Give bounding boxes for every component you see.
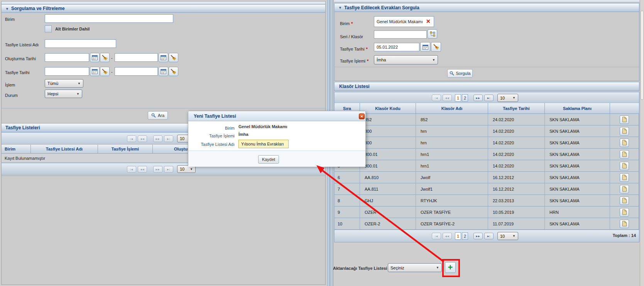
page-1-button[interactable]: 1: [455, 94, 461, 102]
open-folder-button[interactable]: [620, 127, 629, 135]
vertical-scrollbar[interactable]: [640, 0, 644, 286]
transfer-list-select[interactable]: Seçiniz ▼: [388, 263, 442, 272]
col-tasfiye-tarihi[interactable]: Tasfiye Tarihi: [488, 103, 545, 113]
page-2-button[interactable]: 2: [462, 94, 468, 102]
table-row[interactable]: 7AA.811Jwolf116.12.2012SKN SAKLAMA: [335, 183, 639, 195]
folder-icon: [622, 209, 627, 215]
prev-page-button[interactable]: ◀◀: [443, 95, 452, 101]
table-row[interactable]: 6AA.810Jwolf16.12.2012SKN SAKLAMA: [335, 172, 639, 183]
dialog-title-bar[interactable]: Yeni Tasfiye Listesi: [188, 111, 365, 121]
scrollbar-thumb[interactable]: [641, 11, 644, 100]
table-row[interactable]: 9OZEROZER TASFİYE10.05.2019HRN: [335, 206, 639, 218]
tasfiye-listesi-adi-input[interactable]: [45, 39, 116, 48]
tasfiye-islemi-select[interactable]: İmha ▼: [374, 55, 438, 64]
last-page-button[interactable]: ▶|: [164, 135, 173, 142]
next-page-button[interactable]: ▶▶: [153, 135, 162, 142]
table-row[interactable]: 8GHJRTYHJK22.03.2013SKN SAKLAMA: [335, 195, 639, 206]
collapse-arrow-icon[interactable]: ▾: [6, 7, 8, 11]
close-button[interactable]: ✕: [359, 113, 365, 119]
right-query-panel: ▾ Tasfiye Edilecek Evrakları Sorgula Bir…: [334, 3, 639, 81]
birim-label: Birim*: [340, 21, 353, 26]
open-folder-button[interactable]: [620, 185, 629, 193]
next-page-button[interactable]: ▶▶: [473, 95, 483, 101]
olusturma-end-input[interactable]: [115, 53, 158, 62]
olusturma-start-input[interactable]: [45, 53, 89, 62]
birim-input[interactable]: [45, 14, 173, 23]
birim-picker-input[interactable]: Genel Müdürlük Makamı ✕: [374, 16, 434, 27]
kaydet-button[interactable]: Kaydet: [258, 155, 279, 164]
col-tasfiye-listesi-adi[interactable]: Tasfiye Listesi Adı: [31, 145, 98, 153]
date-range-dash: -: [111, 69, 113, 74]
table-row[interactable]: 3800hrn14.02.2020SKN SAKLAMA: [335, 137, 639, 149]
prev-page-button[interactable]: ◀◀: [138, 135, 147, 142]
seri-klasor-input[interactable]: [374, 30, 427, 39]
table-row[interactable]: 4800.01hrn114.02.2020SKN SAKLAMA: [335, 149, 639, 160]
open-folder-button[interactable]: [620, 115, 629, 124]
open-folder-button[interactable]: [620, 196, 629, 205]
first-page-button[interactable]: |◀: [127, 135, 136, 142]
calendar-button[interactable]: [159, 53, 168, 62]
col-saklama-plani[interactable]: Saklama Planı: [545, 103, 610, 113]
alt-birimler-checkbox[interactable]: [45, 25, 52, 32]
calendar-button[interactable]: [159, 67, 168, 76]
next-page-button[interactable]: ▶▶: [153, 166, 162, 173]
next-page-button[interactable]: ▶▶: [473, 233, 483, 239]
durum-select[interactable]: Hepsi ▼: [45, 90, 82, 98]
clear-date-button[interactable]: [100, 67, 110, 76]
tasfiye-tarihi-input[interactable]: 05.01.2022: [374, 43, 419, 51]
calendar-button[interactable]: [90, 53, 100, 62]
calendar-button[interactable]: [90, 67, 100, 76]
first-page-button[interactable]: |◀: [432, 233, 441, 239]
open-folder-button[interactable]: [620, 139, 629, 147]
first-page-button[interactable]: |◀: [127, 166, 136, 173]
clear-birim-icon[interactable]: ✕: [426, 18, 431, 24]
clear-date-button[interactable]: [431, 42, 441, 52]
dialog-tasfiye-listesi-adi-input[interactable]: Yılsonu İmha Evrakları: [238, 140, 289, 148]
col-klasor-kodu[interactable]: Klasör Kodu: [360, 103, 416, 113]
sorgula-button[interactable]: Sorgula: [447, 69, 473, 78]
prev-page-button[interactable]: ◀◀: [443, 233, 452, 239]
table-row[interactable]: 185285224.02.2020SKN SAKLAMA: [335, 114, 639, 125]
left-query-header[interactable]: ▾ Sorgulama ve Filtreleme: [2, 5, 325, 13]
folder-icon: [622, 128, 627, 134]
table-row[interactable]: 2800hrn14.02.2020SKN SAKLAMA: [335, 125, 639, 137]
open-folder-button[interactable]: [620, 150, 629, 159]
islem-select[interactable]: Tümü ▼: [45, 79, 83, 88]
clear-date-button[interactable]: [169, 53, 178, 62]
open-folder-button[interactable]: [620, 220, 629, 228]
seri-klasor-picker-button[interactable]: [428, 29, 437, 39]
page-1-button[interactable]: 1: [455, 232, 461, 240]
last-page-button[interactable]: ▶|: [164, 166, 173, 173]
tasfiye-tarihi-label-text: Tasfiye Tarihi: [340, 47, 364, 51]
yeni-tasfiye-listesi-dialog: Yeni Tasfiye Listesi ✕ Birim Genel Müdür…: [188, 111, 366, 166]
clear-date-button[interactable]: [169, 67, 178, 76]
open-folder-button[interactable]: [620, 173, 629, 182]
page-size-select[interactable]: 10 ▼: [497, 94, 518, 102]
first-page-button[interactable]: |◀: [432, 95, 441, 101]
cell-tarihi: 11.07.2019: [488, 218, 545, 229]
cell-tarihi: 10.05.2019: [488, 206, 545, 218]
tasfiye-start-input[interactable]: [45, 67, 89, 76]
ara-button[interactable]: Ara: [148, 111, 168, 120]
cell-kodu: OZER: [360, 206, 416, 218]
page-2-button[interactable]: 2: [462, 232, 468, 240]
table-row[interactable]: 5800.01hrn114.02.2020SKN SAKLAMA: [335, 160, 639, 172]
prev-page-button[interactable]: ◀◀: [138, 166, 147, 173]
calendar-button[interactable]: [420, 42, 430, 52]
last-page-button[interactable]: ▶|: [484, 95, 494, 101]
right-query-header[interactable]: ▾ Tasfiye Edilecek Evrakları Sorgula: [335, 3, 639, 12]
cell-kodu: OZER-2: [360, 218, 416, 229]
collapse-arrow-icon[interactable]: ▾: [339, 5, 341, 10]
open-folder-button[interactable]: [620, 162, 629, 170]
tasfiye-end-input[interactable]: [115, 67, 158, 76]
cell-plan: SKN SAKLAMA: [545, 137, 610, 148]
col-tasfiye-islemi[interactable]: Tasfiye İşlemi: [98, 145, 153, 153]
col-birim[interactable]: Birim: [2, 145, 31, 153]
col-klasor-adi[interactable]: Klasör Adı: [416, 103, 488, 113]
clear-date-button[interactable]: [100, 53, 110, 62]
table-row[interactable]: 10OZER-2OZER TASFİYE-211.07.2019SKN SAKL…: [335, 218, 639, 230]
birim-label: Birim: [5, 17, 15, 22]
last-page-button[interactable]: ▶|: [484, 233, 494, 239]
page-size-select[interactable]: 10 ▼: [497, 232, 518, 240]
open-folder-button[interactable]: [620, 208, 629, 217]
